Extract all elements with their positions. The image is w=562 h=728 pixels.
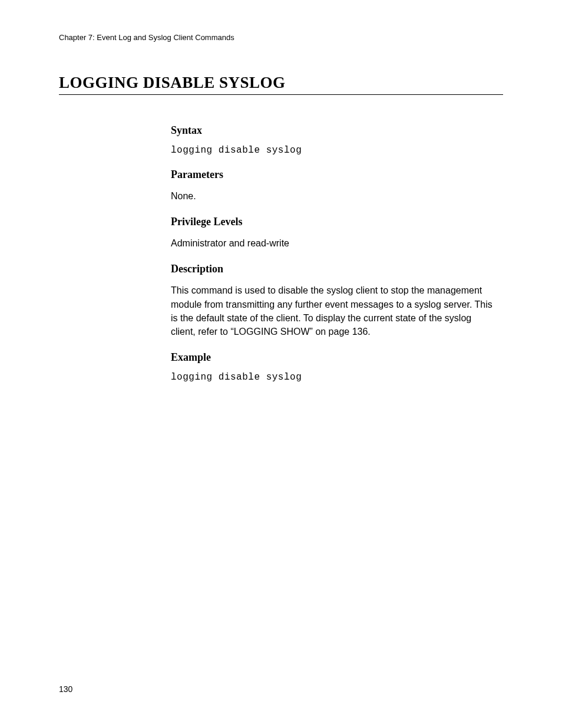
running-header: Chapter 7: Event Log and Syslog Client C… [59, 33, 503, 42]
parameters-text: None. [171, 189, 495, 203]
page-number: 130 [59, 684, 72, 694]
example-heading: Example [171, 351, 495, 364]
parameters-heading: Parameters [171, 169, 495, 181]
syntax-heading: Syntax [171, 124, 495, 137]
description-text: This command is used to disable the sysl… [171, 284, 495, 338]
privilege-text: Administrator and read-write [171, 236, 495, 250]
description-heading: Description [171, 263, 495, 275]
syntax-code: logging disable syslog [171, 145, 495, 156]
page-title: LOGGING DISABLE SYSLOG [59, 74, 503, 95]
page-container: Chapter 7: Event Log and Syslog Client C… [0, 0, 562, 728]
body-column: Syntax logging disable syslog Parameters… [171, 124, 495, 383]
example-code: logging disable syslog [171, 372, 495, 383]
privilege-heading: Privilege Levels [171, 216, 495, 228]
